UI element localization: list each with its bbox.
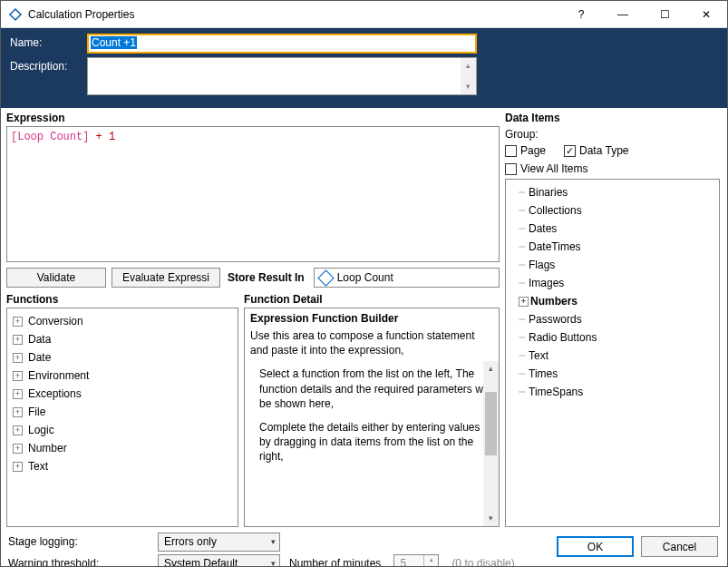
dataitem-category[interactable]: ┈Dates (510, 220, 715, 238)
minutes-label: Number of minutes (289, 557, 381, 567)
stage-logging-combo[interactable]: Errors only ▾ (158, 533, 280, 552)
expander-icon[interactable]: + (13, 407, 23, 417)
viewall-checkbox[interactable]: View All Items (505, 162, 720, 175)
function-category[interactable]: +Exceptions (9, 385, 236, 403)
app-icon (8, 7, 23, 22)
warning-threshold-value: System Default (164, 557, 238, 567)
expr-token-rest: + 1 (89, 131, 115, 143)
function-category-label: Text (28, 460, 48, 473)
expander-icon[interactable]: + (13, 425, 23, 435)
expander-icon[interactable]: + (13, 462, 23, 472)
dataitem-category[interactable]: ┈DateTimes (510, 238, 715, 256)
spin-up-icon[interactable]: ▴ (424, 555, 438, 564)
checkbox-icon: ✓ (564, 145, 576, 157)
evaluate-button[interactable]: Evaluate Expressi (112, 268, 220, 288)
scroll-down-icon[interactable]: ▾ (466, 79, 471, 94)
function-detail-label: Function Detail (244, 293, 500, 306)
function-category-label: Exceptions (28, 387, 82, 400)
name-input[interactable]: Count +1 (91, 36, 137, 49)
tree-dash-icon: ┈ (519, 313, 525, 326)
store-result-label: Store Result In (228, 271, 305, 284)
name-label: Name: (10, 34, 87, 49)
main-area: Expression [Loop Count] + 1 Validate Eva… (1, 108, 727, 527)
dataitems-tree[interactable]: ┈Binaries┈Collections┈Dates┈DateTimes┈Fl… (505, 179, 720, 527)
scroll-up-icon[interactable]: ▴ (466, 58, 471, 73)
warning-threshold-label: Warning threshold: (8, 557, 158, 567)
store-result-field[interactable]: Loop Count (314, 268, 500, 288)
dataitem-category[interactable]: ┈Radio Buttons (510, 328, 715, 347)
expander-icon[interactable]: + (13, 371, 23, 381)
dataitem-category[interactable]: ┈Text (510, 347, 715, 365)
dataitem-category[interactable]: ┈Passwords (510, 310, 715, 328)
description-label: Description: (10, 57, 87, 73)
function-category[interactable]: +Environment (9, 367, 236, 385)
dataitem-category-label: Numbers (530, 295, 578, 308)
minutes-spinner[interactable]: 5 ▴ ▾ (393, 554, 439, 568)
tree-dash-icon: ┈ (519, 349, 525, 362)
function-category-label: Date (28, 351, 51, 364)
function-category-label: Logic (28, 424, 54, 436)
page-checkbox[interactable]: Page (505, 144, 546, 157)
expander-icon[interactable]: + (13, 317, 23, 327)
datatype-checkbox[interactable]: ✓ Data Type (564, 144, 628, 157)
expander-icon[interactable]: + (13, 335, 23, 345)
name-field-wrap[interactable]: Count +1 (87, 34, 477, 54)
chevron-down-icon: ▾ (271, 537, 276, 546)
dataitem-category[interactable]: ┈Times (510, 365, 715, 383)
scroll-thumb[interactable] (485, 392, 497, 455)
detail-header: Expression Function Builder (250, 312, 493, 325)
function-category[interactable]: +Conversion (9, 312, 236, 330)
expander-icon[interactable]: + (519, 297, 529, 307)
close-button[interactable]: ✕ (685, 1, 727, 28)
expr-token-dataitem: [Loop Count] (11, 131, 89, 143)
tree-dash-icon: ┈ (519, 277, 525, 289)
spin-down-icon[interactable]: ▾ (424, 563, 438, 567)
help-button[interactable]: ? (560, 1, 602, 28)
expander-icon[interactable]: + (13, 444, 23, 454)
scroll-up-icon[interactable]: ▴ (483, 361, 499, 376)
maximize-button[interactable]: ☐ (644, 1, 685, 28)
detail-scrollbar[interactable]: ▴ ▾ (483, 361, 499, 526)
tree-dash-icon: ┈ (519, 240, 525, 253)
footer: Stage logging: Errors only ▾ Warning thr… (1, 527, 727, 567)
stage-logging-value: Errors only (164, 535, 217, 548)
disable-hint: (0 to disable) (451, 557, 514, 567)
dataitem-category[interactable]: ┈Collections (510, 201, 715, 220)
dataitem-category[interactable]: +Numbers (510, 292, 715, 310)
function-category-label: Data (28, 333, 51, 346)
tree-dash-icon: ┈ (519, 386, 525, 398)
warning-threshold-combo[interactable]: System Default ▾ (158, 554, 280, 568)
validate-button[interactable]: Validate (6, 268, 106, 288)
function-category[interactable]: +Text (9, 457, 236, 475)
dataitem-category[interactable]: ┈Images (510, 274, 715, 292)
function-category-label: Environment (28, 369, 89, 382)
expander-icon[interactable]: + (13, 389, 23, 399)
dataitem-category[interactable]: ┈Binaries (510, 183, 715, 201)
dataitem-category-label: TimeSpans (529, 386, 583, 398)
function-category[interactable]: +Number (9, 439, 236, 457)
function-category[interactable]: +Date (9, 348, 236, 367)
expression-editor[interactable]: [Loop Count] + 1 (6, 126, 500, 262)
function-category[interactable]: +Data (9, 330, 236, 348)
expression-label: Expression (6, 112, 500, 124)
scroll-down-icon[interactable]: ▾ (483, 511, 499, 526)
description-scrollbar[interactable]: ▴ ▾ (461, 58, 476, 94)
description-field[interactable]: ▴ ▾ (87, 57, 477, 95)
dataitem-category-label: Collections (529, 204, 582, 217)
functions-tree[interactable]: +Conversion+Data+Date+Environment+Except… (6, 308, 238, 527)
dataitem-category[interactable]: ┈Flags (510, 256, 715, 274)
ok-button[interactable]: OK (557, 536, 634, 557)
dataitem-category-label: Binaries (529, 186, 568, 199)
checkbox-icon (505, 163, 517, 175)
dataitem-category-label: Images (529, 277, 564, 289)
dataitem-icon (317, 269, 334, 286)
function-category[interactable]: +File (9, 403, 236, 421)
svg-marker-0 (10, 9, 21, 20)
expander-icon[interactable]: + (13, 353, 23, 363)
dataitem-category[interactable]: ┈TimeSpans (510, 383, 715, 401)
store-result-value: Loop Count (337, 271, 393, 284)
minimize-button[interactable]: — (602, 1, 644, 28)
description-textarea[interactable] (88, 58, 476, 94)
cancel-button[interactable]: Cancel (641, 536, 718, 557)
function-category[interactable]: +Logic (9, 421, 236, 439)
